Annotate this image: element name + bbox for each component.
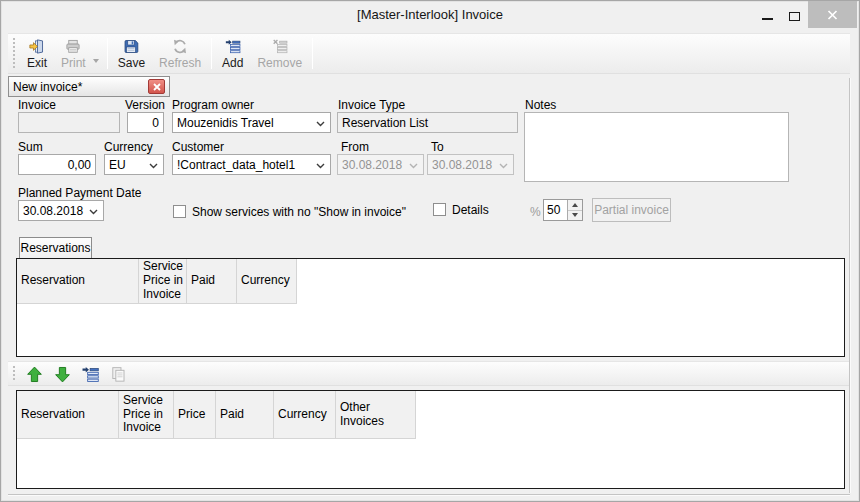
green-arrow-down-icon <box>53 365 72 384</box>
document-tab-new-invoice[interactable]: New invoice* <box>8 76 170 97</box>
planned-payment-date-label: Planned Payment Date <box>18 186 141 200</box>
details-checkbox[interactable] <box>433 203 446 216</box>
grid-header-filler <box>416 391 844 439</box>
maximize-button[interactable] <box>781 2 807 28</box>
column-header-text: Currency <box>241 274 290 288</box>
percent-label: % <box>530 205 541 219</box>
toolbar-separator <box>211 38 212 69</box>
move-up-button[interactable] <box>21 364 47 385</box>
details-checkbox-label: Details <box>452 203 489 217</box>
printer-icon <box>63 38 83 55</box>
toolbar-gripper[interactable] <box>12 38 17 69</box>
percent-spinner[interactable]: 50 <box>543 199 583 221</box>
column-header-service-price[interactable]: Service Price in Invoice <box>119 391 174 439</box>
to-label: To <box>431 140 444 154</box>
customer-value: !Contract_data_hotel1 <box>177 158 295 172</box>
column-header-text: Other Invoices <box>340 401 411 429</box>
currency-label: Currency <box>104 140 153 154</box>
program-owner-label: Program owner <box>172 98 254 112</box>
maximize-icon <box>789 12 800 21</box>
column-header-text: Paid <box>220 408 244 422</box>
move-down-button[interactable] <box>49 364 75 385</box>
tab-reservations[interactable]: Reservations <box>19 237 92 258</box>
services-grid: Reservation Service Price in Invoice Pri… <box>16 390 845 489</box>
column-header-service-price[interactable]: Service Price in Invoice <box>139 259 187 304</box>
close-window-button[interactable] <box>808 1 857 28</box>
reservations-grid-header: Reservation Service Price in Invoice Pai… <box>17 259 844 304</box>
program-owner-select[interactable]: Mouzenidis Travel <box>172 112 331 133</box>
column-header-text: Currency <box>278 408 327 422</box>
print-button: Print <box>54 36 93 71</box>
main-toolbar: Exit Print Save <box>8 33 850 74</box>
chevron-down-icon <box>149 163 158 169</box>
spinner-down-button[interactable] <box>568 210 582 221</box>
arrow-up-icon <box>572 203 578 207</box>
green-arrow-up-icon <box>25 365 44 384</box>
planned-payment-date-select[interactable]: 30.08.2018 <box>18 200 104 221</box>
exit-button[interactable]: Exit <box>20 36 54 71</box>
toolbar-separator <box>107 38 108 69</box>
refresh-button: Refresh <box>152 36 208 71</box>
save-button[interactable]: Save <box>111 36 152 71</box>
spinner-up-button[interactable] <box>568 200 582 210</box>
customer-select[interactable]: !Contract_data_hotel1 <box>172 154 331 175</box>
chevron-down-icon <box>499 163 508 169</box>
column-header-paid[interactable]: Paid <box>216 391 274 439</box>
from-date-picker: 30.08.2018 <box>337 154 424 175</box>
to-date-picker: 30.08.2018 <box>427 154 514 175</box>
grid-header-filler <box>297 259 844 304</box>
insert-service-button[interactable] <box>77 364 103 385</box>
chevron-down-icon <box>89 209 98 215</box>
sum-field[interactable]: 0,00 <box>18 154 96 175</box>
version-field[interactable]: 0 <box>127 112 164 133</box>
reservations-grid: Reservation Service Price in Invoice Pai… <box>16 258 845 357</box>
close-icon <box>827 10 838 20</box>
copy-service-button <box>105 364 131 385</box>
add-button[interactable]: Add <box>215 36 250 71</box>
column-header-paid[interactable]: Paid <box>187 259 237 304</box>
from-label: From <box>341 140 369 154</box>
title-bar: [Master-Interlook] Invoice <box>0 0 860 30</box>
column-header-text: Reservation <box>21 408 85 422</box>
copy-document-icon <box>109 365 128 384</box>
document-tab-close-button[interactable] <box>148 79 165 94</box>
refresh-icon <box>170 38 190 55</box>
add-to-list-icon <box>223 38 243 55</box>
invoice-type-value: Reservation List <box>342 116 428 130</box>
print-dropdown-icon <box>93 59 99 63</box>
version-label: Version <box>125 98 165 112</box>
chevron-down-icon <box>409 163 418 169</box>
window-title: [Master-Interlook] Invoice <box>0 7 860 22</box>
show-services-checkbox[interactable] <box>173 205 186 218</box>
column-header-text: Paid <box>191 274 215 288</box>
invoice-type-label: Invoice Type <box>338 98 405 112</box>
column-header-reservation[interactable]: Reservation <box>17 259 139 304</box>
app-window: [Master-Interlook] Invoice Exit <box>0 0 860 502</box>
sum-label: Sum <box>18 140 43 154</box>
column-header-price[interactable]: Price <box>174 391 216 439</box>
column-header-currency[interactable]: Currency <box>274 391 336 439</box>
minimize-button[interactable] <box>754 2 780 28</box>
column-header-text: Price <box>178 408 205 422</box>
column-header-text: Reservation <box>21 274 85 288</box>
currency-select[interactable]: EU <box>104 154 164 175</box>
notes-textarea[interactable] <box>524 112 789 182</box>
invoice-label: Invoice <box>18 98 56 112</box>
remove-from-list-icon <box>270 38 290 55</box>
sum-value: 0,00 <box>68 158 91 172</box>
services-toolbar <box>8 361 850 386</box>
customer-label: Customer <box>172 140 224 154</box>
toolbar-gripper[interactable] <box>12 366 17 381</box>
remove-button: Remove <box>250 36 309 71</box>
program-owner-value: Mouzenidis Travel <box>177 116 274 130</box>
column-header-other-invoices[interactable]: Other Invoices <box>336 391 416 439</box>
column-header-currency[interactable]: Currency <box>237 259 297 304</box>
tab-reservations-label: Reservations <box>20 241 90 255</box>
percent-value: 50 <box>547 203 560 217</box>
to-date-value: 30.08.2018 <box>432 158 492 172</box>
document-tab-label: New invoice* <box>13 80 148 94</box>
save-label: Save <box>118 56 145 70</box>
add-to-list-icon <box>81 365 100 384</box>
planned-payment-date-value: 30.08.2018 <box>23 204 83 218</box>
column-header-reservation[interactable]: Reservation <box>17 391 119 439</box>
